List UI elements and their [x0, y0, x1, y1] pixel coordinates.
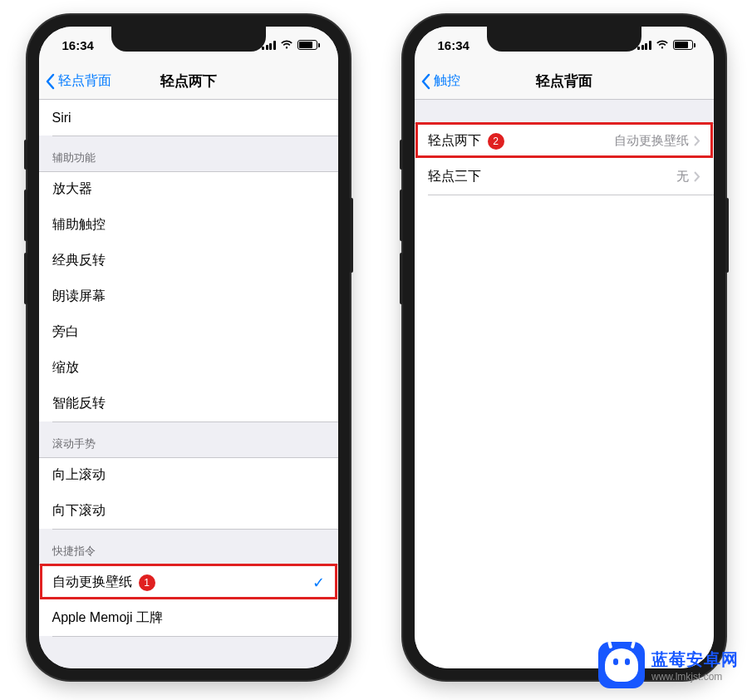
- watermark: 蓝莓安卓网 www.lmkjst.com: [598, 642, 739, 688]
- row-label: 自动更换壁纸: [52, 574, 132, 591]
- row-label: 轻点三下: [428, 168, 481, 185]
- chevron-left-icon: [421, 73, 431, 90]
- watermark-icon: [598, 642, 645, 688]
- checkmark-icon: ✓: [312, 574, 325, 592]
- list-item-double-tap[interactable]: 轻点两下 2 自动更换壁纸: [415, 123, 714, 159]
- chevron-right-icon: [694, 171, 700, 182]
- status-time: 16:34: [62, 38, 94, 52]
- notch: [111, 27, 266, 52]
- back-button[interactable]: 轻点背面: [39, 72, 111, 90]
- list-item-auto-wallpaper[interactable]: 自动更换壁纸 1 ✓: [39, 564, 338, 600]
- phone-frame-1: 16:34 轻点背面 轻点两下: [27, 15, 350, 680]
- back-label: 触控: [434, 72, 460, 90]
- row-value: 自动更换壁纸: [614, 133, 689, 149]
- list-item[interactable]: 向下滚动: [39, 493, 338, 529]
- nav-title: 轻点两下: [160, 71, 217, 91]
- back-label: 轻点背面: [58, 72, 111, 90]
- annotation-badge-1: 1: [139, 574, 155, 591]
- status-time: 16:34: [438, 38, 469, 52]
- phone-frame-2: 16:34 触控 轻点背面: [403, 15, 725, 680]
- list-item[interactable]: 辅助触控: [39, 207, 338, 243]
- list-item[interactable]: 放大器: [39, 171, 338, 207]
- row-value: 无: [676, 169, 689, 185]
- chevron-left-icon: [46, 73, 56, 90]
- list-item[interactable]: 智能反转: [39, 386, 338, 421]
- section-header-accessibility: 辅助功能: [39, 136, 338, 171]
- row-label: 轻点两下: [428, 132, 481, 150]
- section-header-scroll: 滚动手势: [39, 421, 338, 457]
- list-item[interactable]: 经典反转: [39, 243, 338, 279]
- list-item-triple-tap[interactable]: 轻点三下 无: [415, 159, 714, 195]
- battery-icon: [297, 40, 320, 50]
- wifi-icon: [280, 40, 293, 50]
- list-item[interactable]: Siri: [39, 100, 338, 136]
- watermark-title: 蓝莓安卓网: [651, 648, 739, 671]
- notch: [487, 27, 641, 52]
- watermark-url: www.lmkjst.com: [651, 671, 739, 683]
- list-item[interactable]: 旁白: [39, 314, 338, 350]
- annotation-badge-2: 2: [488, 133, 504, 150]
- row-label: Siri: [52, 111, 71, 126]
- list-item[interactable]: 向上滚动: [39, 457, 338, 493]
- section-header-shortcuts: 快捷指令: [39, 529, 338, 564]
- battery-icon: [673, 40, 695, 50]
- back-button[interactable]: 触控: [415, 72, 460, 90]
- wifi-icon: [656, 40, 669, 50]
- nav-bar: 触控 轻点背面: [415, 63, 714, 100]
- chevron-right-icon: [694, 136, 700, 146]
- list-item[interactable]: 缩放: [39, 350, 338, 386]
- nav-title: 轻点背面: [536, 71, 592, 91]
- nav-bar: 轻点背面 轻点两下: [39, 63, 338, 100]
- list-item[interactable]: Apple Memoji 工牌: [39, 600, 338, 636]
- list-item[interactable]: 朗读屏幕: [39, 279, 338, 314]
